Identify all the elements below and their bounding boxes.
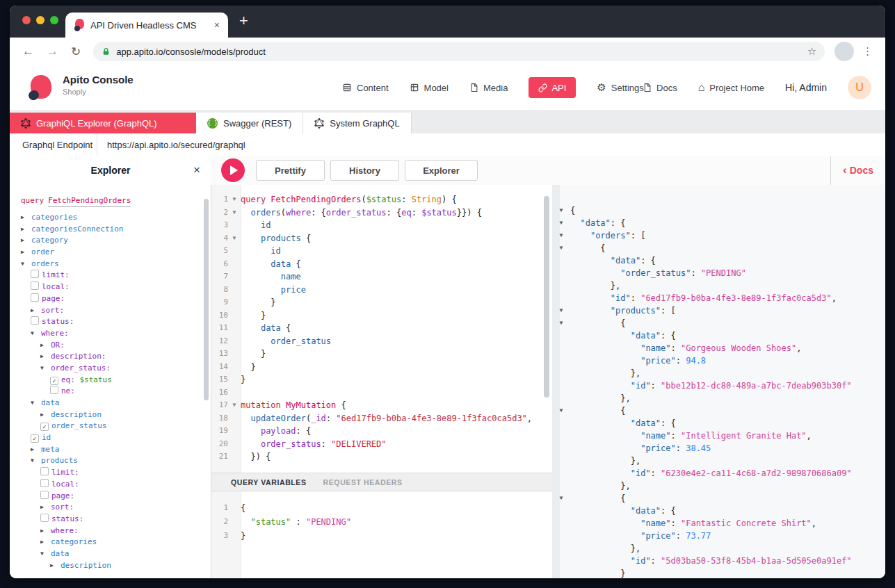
browser-menu-icon[interactable]: ⋮ (862, 45, 873, 58)
editor-line[interactable]: 21 }) { (211, 450, 552, 464)
expand-icon[interactable]: ▶ (40, 525, 51, 537)
field-checkbox[interactable] (31, 293, 39, 302)
code-text[interactable]: } (241, 529, 245, 543)
collapse-icon[interactable]: ▼ (40, 363, 51, 375)
docs-link[interactable]: Docs (643, 83, 677, 93)
field-checkbox[interactable]: ✓ (50, 377, 58, 385)
bookmark-star-icon[interactable]: ☆ (807, 45, 816, 58)
tab-close-icon[interactable]: × (214, 19, 220, 31)
field-checkbox[interactable] (50, 386, 58, 394)
code-text[interactable]: data { (241, 258, 301, 271)
code-text[interactable]: } (241, 361, 256, 374)
variables-line[interactable]: 2 "status" : "PENDING" (211, 515, 552, 529)
address-bar[interactable]: app.apito.io/consosle/models/product ☆ (93, 42, 825, 61)
explorer-tree-item[interactable]: ▼data (15, 398, 211, 409)
explorer-toggle-button[interactable]: Explorer (405, 160, 478, 181)
collapse-icon[interactable]: ▼ (31, 328, 41, 340)
apito-logo[interactable] (28, 74, 54, 101)
explorer-tree-item[interactable]: ▶categoriesConnection (15, 224, 211, 236)
code-text[interactable]: }) { (241, 450, 271, 464)
new-tab-button[interactable]: + (239, 12, 248, 30)
collapse-icon[interactable]: ▼ (31, 398, 41, 409)
back-icon[interactable]: ← (22, 44, 34, 58)
execute-query-button[interactable] (221, 158, 245, 182)
explorer-tree-item[interactable]: ▶description (15, 409, 211, 421)
tab-swagger-rest[interactable]: { } Swagger (REST) (196, 113, 303, 133)
prettify-button[interactable]: Prettify (256, 160, 325, 181)
docs-panel-toggle[interactable]: ‹ Docs (830, 156, 885, 186)
project-home-link[interactable]: ⌂ Project Home (698, 81, 764, 94)
variables-line[interactable]: 1{ (211, 501, 552, 515)
explorer-tree-item[interactable]: page: (15, 293, 211, 305)
browser-tab[interactable]: API Driven Headless CMS × (65, 13, 228, 38)
explorer-tree-item[interactable]: ✓order_status (15, 420, 211, 432)
tab-system-graphql[interactable]: System GraphQL (303, 113, 411, 133)
field-checkbox[interactable]: ✓ (40, 423, 49, 431)
reload-icon[interactable]: ↻ (71, 44, 81, 59)
editor-line[interactable]: 19 payload: { (211, 425, 552, 438)
explorer-tree-item[interactable]: ▼where: (15, 328, 211, 340)
code-text[interactable]: updateOrder(_id: "6ed17fb9-b0ba-4fe3-8e8… (241, 412, 532, 425)
explorer-tree-item[interactable]: ▼data (15, 548, 211, 560)
editor-line[interactable]: 3 id (211, 219, 552, 232)
user-avatar[interactable]: U (848, 76, 871, 99)
code-text[interactable]: order_status (241, 335, 331, 348)
editor-line[interactable]: 18 updateOrder(_id: "6ed17fb9-b0ba-4fe3-… (211, 412, 552, 425)
fold-icon[interactable]: ▼ (552, 304, 570, 317)
code-text[interactable]: { (241, 501, 245, 515)
explorer-tree-item[interactable]: ▶description (15, 560, 211, 572)
endpoint-url[interactable]: https://api.apito.io/secured/graphql (107, 140, 245, 150)
code-text[interactable]: id (241, 219, 271, 232)
expand-icon[interactable]: ▶ (21, 235, 31, 247)
editor-line[interactable]: 20 order_status: "DELIVERED" (211, 438, 552, 451)
maximize-window-button[interactable] (50, 16, 58, 24)
operation-name-input[interactable]: FetchPendingOrders (48, 196, 131, 207)
fold-icon[interactable]: ▼ (552, 317, 570, 329)
explorer-tree-item[interactable]: ▶sort: (15, 305, 211, 317)
explorer-tree-item[interactable]: limit: (15, 467, 211, 479)
code-text[interactable]: order_status: "DELIVERED" (241, 438, 387, 451)
code-text[interactable]: } (241, 309, 266, 322)
fold-icon[interactable]: ▼ (552, 405, 570, 417)
explorer-tree-item[interactable]: ▼orders (15, 259, 211, 270)
field-checkbox[interactable]: ✓ (31, 434, 39, 443)
field-checkbox[interactable] (31, 270, 39, 278)
code-text[interactable]: mutation MyMutation { (241, 399, 346, 412)
explorer-tree-item[interactable]: local: (15, 479, 211, 491)
editor-line[interactable]: 10 } (211, 309, 552, 322)
explorer-tree-item[interactable]: ✓eq: $status (15, 375, 211, 386)
editor-line[interactable]: 6 data { (211, 258, 552, 271)
editor-line[interactable]: 15} (211, 373, 552, 386)
editor-line[interactable]: 8 price (211, 284, 552, 297)
explorer-tree-item[interactable]: ▶categories (15, 537, 211, 548)
query-editor-panel[interactable]: 1▼query FetchPendingOrders($status: Stri… (211, 185, 552, 578)
code-text[interactable]: price (241, 284, 306, 297)
explorer-tree-item[interactable]: ▶where: (15, 525, 211, 537)
code-text[interactable]: "status" : "PENDING" (241, 515, 351, 529)
history-button[interactable]: History (330, 160, 399, 181)
code-text[interactable]: products { (241, 232, 311, 245)
variables-line[interactable]: 3} (211, 529, 552, 543)
expand-icon[interactable]: ▶ (21, 247, 31, 259)
explorer-tree-item[interactable]: ▶OR: (15, 340, 211, 352)
forward-icon[interactable]: → (47, 44, 58, 58)
explorer-tree-item[interactable]: ▶order (15, 247, 211, 259)
field-checkbox[interactable] (40, 467, 49, 475)
editor-line[interactable]: 14 } (211, 361, 552, 374)
explorer-tree-item[interactable]: limit: (15, 270, 211, 281)
nav-item-api-active[interactable]: API (529, 77, 576, 98)
collapse-icon[interactable]: ▼ (31, 455, 41, 467)
code-text[interactable]: id (241, 245, 281, 258)
explorer-tree-item[interactable]: page: (15, 491, 211, 503)
expand-icon[interactable]: ▶ (31, 444, 41, 456)
editor-line[interactable]: 16 (211, 386, 552, 400)
explorer-tree-item[interactable]: ✓id (15, 432, 211, 444)
editor-line[interactable]: 9 } (211, 296, 552, 309)
editor-line[interactable]: 17▼mutation MyMutation { (211, 399, 552, 412)
expand-icon[interactable]: ▶ (21, 212, 31, 224)
explorer-tree-item[interactable]: ▶meta (15, 444, 211, 456)
collapse-icon[interactable]: ▼ (21, 259, 31, 270)
query-variables-tab[interactable]: QUERY VARIABLES (231, 478, 307, 487)
tab-graphiql-explorer[interactable]: GraphiQL Explorer (GraphQL) (10, 113, 196, 133)
code-text[interactable]: name (241, 270, 301, 284)
